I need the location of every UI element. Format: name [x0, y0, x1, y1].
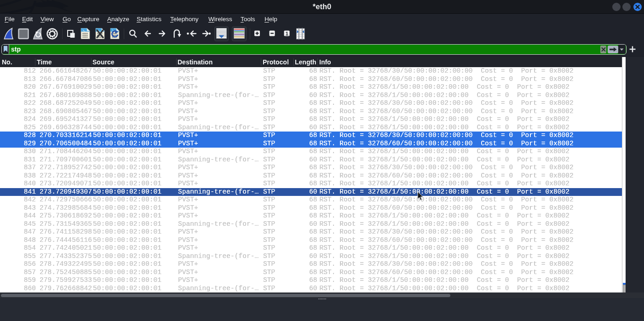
svg-text:1: 1 [285, 31, 288, 36]
